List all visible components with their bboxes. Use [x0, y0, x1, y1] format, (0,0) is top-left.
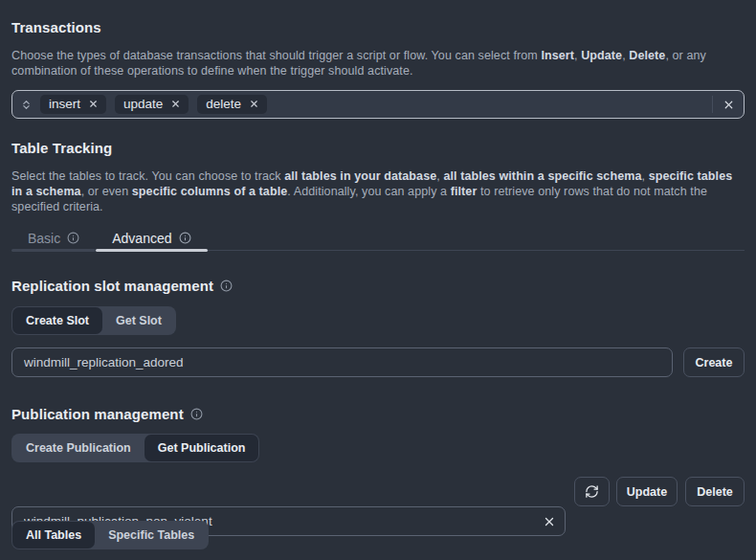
update-publication-button[interactable]: Update	[616, 477, 678, 506]
tag-insert[interactable]: insert	[40, 95, 106, 114]
clear-publication-input-button[interactable]	[543, 515, 556, 528]
info-icon[interactable]	[190, 408, 203, 420]
info-icon[interactable]	[220, 280, 233, 292]
tag-label: insert	[49, 97, 80, 111]
divider	[712, 96, 713, 113]
publication-mode-toggle: Create Publication Get Publication	[11, 434, 259, 462]
transactions-title: Transactions	[11, 19, 101, 35]
info-icon[interactable]	[179, 232, 191, 244]
transactions-multiselect[interactable]: insert update delete	[11, 90, 745, 119]
publication-title-text: Publication management	[11, 406, 184, 422]
specific-tables-segment[interactable]: Specific Tables	[95, 522, 208, 549]
tag-label: delete	[206, 97, 241, 111]
trigger-settings-panel: Transactions Choose the types of databas…	[0, 0, 756, 560]
transactions-description: Choose the types of database transaction…	[11, 48, 745, 78]
replication-slot-name-input[interactable]	[11, 347, 673, 377]
refresh-icon	[585, 484, 599, 499]
table-tracking-description: Select the tables to track. You can choo…	[11, 168, 745, 214]
clear-all-tags-button[interactable]	[723, 99, 735, 111]
slot-mode-toggle: Create Slot Get Slot	[11, 306, 176, 335]
tag-label: update	[123, 97, 163, 111]
refresh-publication-button[interactable]	[574, 477, 610, 506]
tag-update[interactable]: update	[115, 95, 189, 114]
tab-basic[interactable]: Basic	[11, 226, 96, 250]
tab-label: Advanced	[112, 231, 171, 246]
replication-slot-title: Replication slot management	[11, 278, 233, 294]
replication-slot-title-text: Replication slot management	[11, 278, 213, 294]
table-tracking-tabs: Basic Advanced	[11, 226, 745, 251]
remove-tag-icon[interactable]	[249, 99, 259, 109]
get-publication-segment[interactable]: Get Publication	[145, 435, 259, 461]
delete-publication-button[interactable]: Delete	[685, 477, 745, 506]
selected-transaction-tags: insert update delete	[40, 95, 706, 114]
create-slot-segment[interactable]: Create Slot	[12, 307, 102, 334]
remove-tag-icon[interactable]	[170, 99, 181, 109]
chevrons-up-down-icon	[20, 99, 33, 111]
info-icon[interactable]	[67, 232, 79, 244]
remove-tag-icon[interactable]	[88, 99, 99, 109]
all-tables-segment[interactable]: All Tables	[12, 522, 95, 549]
create-slot-button[interactable]: Create	[683, 347, 745, 377]
tables-scope-toggle: All Tables Specific Tables	[11, 521, 209, 549]
tab-advanced[interactable]: Advanced	[96, 226, 207, 250]
tag-delete[interactable]: delete	[197, 95, 267, 114]
publication-title: Publication management	[11, 406, 203, 422]
table-tracking-title: Table Tracking	[11, 140, 112, 156]
tab-label: Basic	[28, 231, 60, 246]
get-slot-segment[interactable]: Get Slot	[102, 307, 175, 334]
create-publication-segment[interactable]: Create Publication	[12, 435, 145, 461]
